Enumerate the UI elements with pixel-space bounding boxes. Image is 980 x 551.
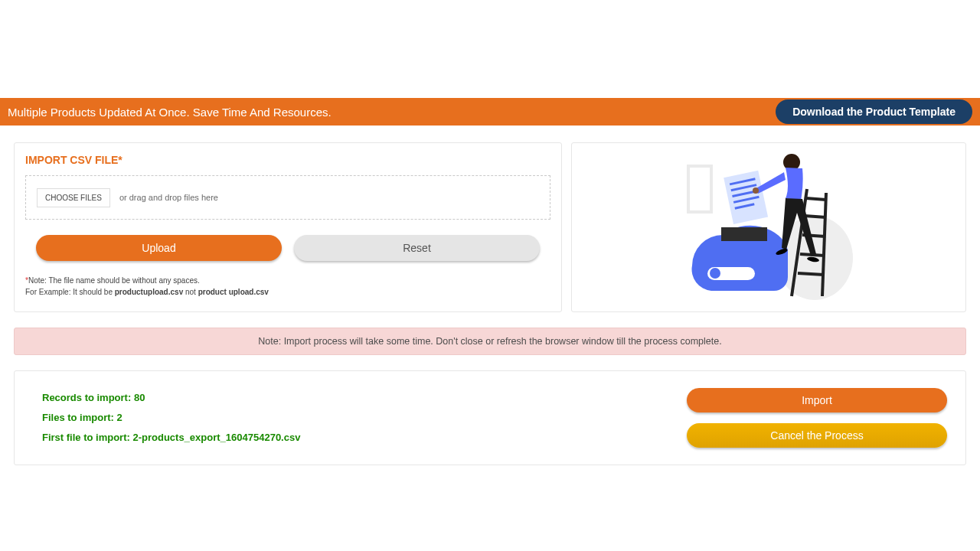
- first-file-value: 2-products_export_1604754270.csv: [132, 432, 300, 443]
- file-dropzone[interactable]: CHOOSE FILES or drag and drop files here: [25, 175, 550, 220]
- import-button[interactable]: Import: [687, 388, 947, 412]
- summary-panel: Records to import: 80 Files to import: 2…: [14, 370, 966, 465]
- svg-line-12: [798, 273, 824, 275]
- header-bar: Multiple Products Updated At Once. Save …: [0, 98, 980, 126]
- reset-button[interactable]: Reset: [294, 235, 540, 261]
- cancel-process-button[interactable]: Cancel the Process: [687, 423, 947, 448]
- svg-point-18: [753, 187, 759, 194]
- svg-rect-4: [724, 171, 768, 224]
- first-file-label: First file to import:: [42, 432, 132, 443]
- alert-text: Note: Import process will take some time…: [258, 336, 721, 347]
- content-row: IMPORT CSV FILE* CHOOSE FILES or drag an…: [0, 142, 980, 312]
- note-line1: Note: The file name should be without an…: [28, 276, 200, 285]
- files-value: 2: [117, 412, 122, 423]
- note-mid: not: [183, 288, 198, 296]
- dropzone-hint: or drag and drop files here: [119, 193, 218, 202]
- svg-rect-21: [688, 166, 711, 212]
- files-label: Files to import:: [42, 412, 117, 423]
- download-template-button[interactable]: Download the Product Template: [776, 99, 972, 124]
- note-good-example: productupload.csv: [115, 288, 183, 296]
- upload-illustration-icon: [677, 151, 861, 304]
- svg-line-15: [805, 216, 826, 217]
- header-tagline: Multiple Products Updated At Once. Save …: [8, 106, 332, 119]
- import-panel: IMPORT CSV FILE* CHOOSE FILES or drag an…: [14, 142, 562, 312]
- illustration-panel: [571, 142, 966, 312]
- process-alert: Note: Import process will take some time…: [14, 328, 966, 355]
- svg-point-3: [710, 268, 720, 279]
- svg-line-16: [806, 198, 826, 200]
- summary-info: Records to import: 80 Files to import: 2…: [42, 388, 300, 448]
- summary-actions: Import Cancel the Process: [687, 388, 947, 448]
- records-value: 80: [134, 392, 145, 403]
- choose-files-button[interactable]: CHOOSE FILES: [37, 188, 110, 207]
- first-file-line: First file to import: 2-products_export_…: [42, 428, 300, 448]
- upload-button-row: Upload Reset: [25, 235, 550, 261]
- records-label: Records to import:: [42, 392, 134, 403]
- filename-note: *Note: The file name should be without a…: [25, 275, 550, 298]
- upload-button[interactable]: Upload: [36, 235, 282, 261]
- import-panel-title: IMPORT CSV FILE*: [25, 154, 550, 166]
- files-line: Files to import: 2: [42, 408, 300, 428]
- note-line2a: For Example: It should be: [25, 288, 115, 296]
- note-bad-example: product upload.csv: [198, 288, 269, 296]
- svg-rect-1: [721, 227, 767, 241]
- records-line: Records to import: 80: [42, 388, 300, 408]
